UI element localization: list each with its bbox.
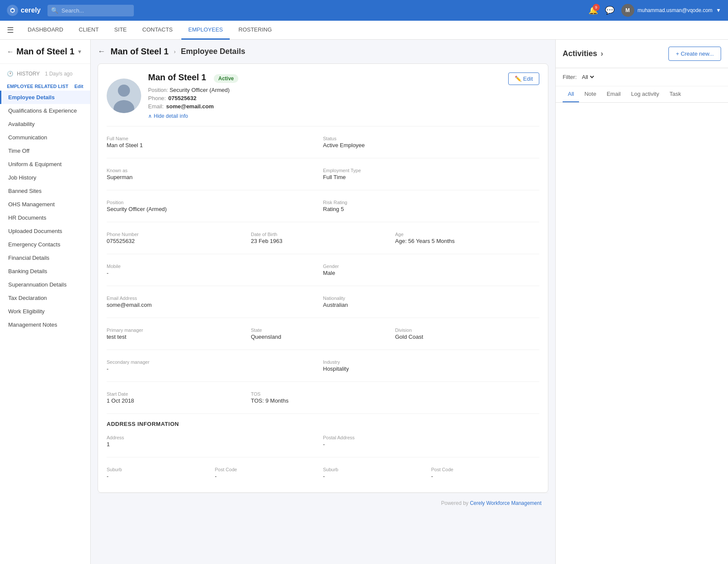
sidebar-item-financial-details[interactable]: Financial Details [0, 251, 90, 265]
sidebar-employee-name: Man of Steel 1 [16, 47, 74, 57]
main-content: ← Man of Steel 1 › Employee Details [91, 40, 555, 564]
edit-icon: ✏️ [515, 76, 522, 82]
back-arrow-icon: ← [7, 48, 14, 56]
field-mobile: Mobile - [107, 259, 323, 280]
hide-detail-link[interactable]: ∧ Hide detail info [148, 113, 238, 119]
messages-button[interactable]: 💬 [605, 6, 614, 15]
sidebar-edit-link[interactable]: Edit [74, 84, 83, 89]
sidebar-item-management-notes[interactable]: Management Notes [0, 318, 90, 331]
employee-card: Man of Steel 1 Active Position: Security… [98, 63, 548, 493]
history-time: 1 Day/s ago [45, 71, 73, 77]
filter-label: Filter: [563, 74, 577, 80]
sidebar-item-work-eligibility[interactable]: Work Eligibility [0, 305, 90, 318]
sidebar-item-superannuation[interactable]: Superannuation Details [0, 278, 90, 291]
suburb-fields: Suburb - Post Code - Suburb - Post Code … [107, 463, 539, 484]
avatar: M [621, 4, 634, 17]
field-tos: TOS TOS: 9 Months [251, 387, 395, 408]
sidebar-item-banking-details[interactable]: Banking Details [0, 265, 90, 278]
nav-contacts[interactable]: CONTACTS [136, 21, 180, 40]
edit-button[interactable]: ✏️ Edit [508, 72, 539, 85]
sidebar-section-label: EMPLOYEE RELATED LIST [7, 84, 68, 89]
nav-dashboard[interactable]: DASHBOARD [21, 21, 70, 40]
history-label: HISTORY [17, 71, 40, 77]
tab-all[interactable]: All [563, 86, 579, 102]
sidebar-item-ohs[interactable]: OHS Management [0, 198, 90, 211]
phone-value: 075525632 [168, 95, 196, 101]
field-dob: Date of Birth 23 Feb 1963 [251, 227, 395, 249]
sidebar-item-banned-sites[interactable]: Banned Sites [0, 184, 90, 198]
sidebar-item-hr-documents[interactable]: HR Documents [0, 211, 90, 224]
footer-link[interactable]: Cerely Workforce Management [470, 500, 541, 506]
mobile-fields: Mobile - Gender Male [107, 259, 539, 280]
email-label: Email: [148, 103, 164, 110]
main-navigation: ☰ DASHBOARD CLIENT SITE CONTACTS EMPLOYE… [0, 21, 728, 40]
field-state: State Queensland [251, 323, 395, 344]
field-phone-number: Phone Number 075525632 [107, 227, 251, 249]
field-secondary-manager: Secondary manager - [107, 355, 323, 376]
status-badge: Active [214, 74, 238, 83]
field-email-address: Email Address some@email.com [107, 291, 323, 312]
activities-chevron-icon: › [601, 49, 603, 58]
secondary-manager-fields: Secondary manager - Industry Hospitality [107, 355, 539, 376]
basic-fields: Full Name Man of Steel 1 Status Active E… [107, 132, 539, 153]
header-back-arrow[interactable]: ← [98, 47, 105, 56]
svg-point-2 [118, 85, 130, 97]
field-suburb2: Suburb - [323, 463, 431, 484]
footer: Powered by Cerely Workforce Management [98, 493, 548, 513]
history-row: 🕐 HISTORY 1 Day/s ago [0, 67, 90, 80]
tab-task[interactable]: Task [664, 86, 686, 102]
employment-fields: Known as Superman Employment Type Full T… [107, 164, 539, 185]
notifications-button[interactable]: 🔔 9 [589, 6, 598, 15]
filter-select[interactable]: All [580, 73, 595, 81]
phone-fields: Phone Number 075525632 Date of Birth 23 … [107, 227, 539, 249]
sidebar-item-time-off[interactable]: Time Off [0, 144, 90, 158]
field-post-code: Post Code - [215, 463, 323, 484]
field-employment-type: Employment Type Full Time [323, 164, 539, 185]
left-sidebar: ← Man of Steel 1 ▼ 🕐 HISTORY 1 Day/s ago… [0, 40, 91, 564]
logo[interactable]: cerely [7, 5, 41, 16]
user-menu[interactable]: M muhammad.usman@vqode.com ▼ [621, 4, 721, 17]
sidebar-item-qualifications[interactable]: Qualifications & Experience [0, 104, 90, 117]
activity-tabs: All Note Email Log activity Task [556, 86, 728, 103]
sidebar-item-availability[interactable]: Availability [0, 117, 90, 131]
nav-employees[interactable]: EMPLOYEES [181, 21, 230, 40]
sidebar-item-uploaded-documents[interactable]: Uploaded Documents [0, 224, 90, 238]
sidebar-item-communication[interactable]: Communication [0, 131, 90, 144]
activities-title: Activities [563, 49, 597, 58]
hamburger-button[interactable]: ☰ [7, 25, 14, 35]
field-gender: Gender Male [323, 259, 539, 280]
create-new-button[interactable]: + Create new... [668, 47, 721, 61]
employee-photo [107, 79, 141, 113]
sidebar-item-job-history[interactable]: Job History [0, 171, 90, 184]
nav-client[interactable]: CLIENT [72, 21, 105, 40]
right-panel: Activities › + Create new... Filter: All… [555, 40, 728, 564]
sidebar-item-tax[interactable]: Tax Declaration [0, 291, 90, 305]
page-header: ← Man of Steel 1 › Employee Details [98, 47, 548, 57]
field-start-date: Start Date 1 Oct 2018 [107, 387, 251, 408]
field-primary-manager: Primary manager test test [107, 323, 251, 344]
field-status: Status Active Employee [323, 132, 539, 153]
manager-fields: Primary manager test test State Queensla… [107, 323, 539, 344]
sidebar-item-employee-details[interactable]: Employee Details [0, 91, 90, 104]
page-title: Man of Steel 1 [111, 47, 168, 57]
nav-site[interactable]: SITE [108, 21, 134, 40]
address-section-heading: ADDRESS INFORMATION [107, 421, 539, 427]
field-position: Position Security Officer (Armed) [107, 195, 323, 217]
back-link[interactable]: ← Man of Steel 1 ▼ [7, 47, 83, 57]
position-value: Security Officer (Armed) [170, 87, 230, 93]
nav-rostering[interactable]: ROSTERING [231, 21, 279, 40]
address-fields: Address 1 Postal Address - [107, 431, 539, 452]
position-fields: Position Security Officer (Armed) Risk R… [107, 195, 539, 217]
activity-content [556, 103, 728, 120]
section-title: Employee Details [181, 47, 245, 56]
sidebar-item-emergency-contacts[interactable]: Emergency Contacts [0, 238, 90, 251]
tab-log-activity[interactable]: Log activity [626, 86, 664, 102]
field-nationality: Nationality Australian [323, 291, 539, 312]
tab-email[interactable]: Email [601, 86, 626, 102]
search-input[interactable] [47, 5, 134, 16]
field-division: Division Gold Coast [395, 323, 539, 344]
tab-note[interactable]: Note [579, 86, 601, 102]
sidebar-item-uniform[interactable]: Uniform & Equipment [0, 158, 90, 171]
email-fields: Email Address some@email.com Nationality… [107, 291, 539, 312]
breadcrumb-separator: › [174, 48, 175, 55]
